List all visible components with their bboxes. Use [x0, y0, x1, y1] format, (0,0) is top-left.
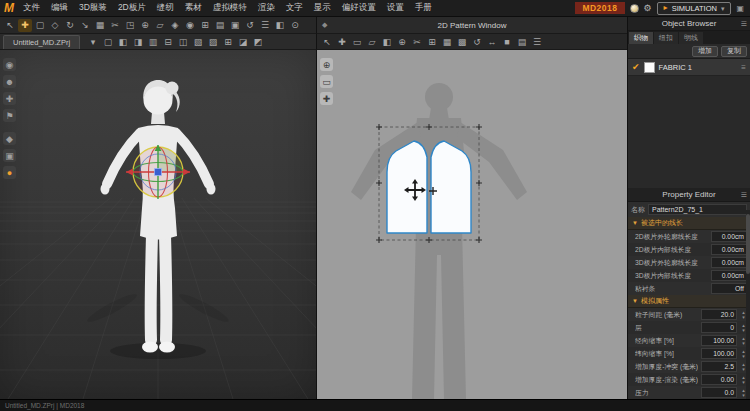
toolbar-icon[interactable]: ⊞ [221, 35, 235, 48]
toolbar-icon[interactable]: ↘ [78, 19, 92, 32]
viewport-3d-canvas[interactable] [0, 50, 316, 399]
toolbar-icon[interactable]: ◪ [236, 35, 250, 48]
settings-gear-icon[interactable]: ⚙ [644, 4, 652, 13]
toolbar-icon[interactable]: ▤ [213, 19, 227, 32]
tab-fabric[interactable]: 织物 [629, 32, 653, 44]
toolbar-icon[interactable]: ⊟ [161, 35, 175, 48]
pattern-piece-left[interactable] [387, 141, 427, 233]
section-collapse-icon[interactable]: ▼ [632, 298, 638, 304]
toolbar-icon[interactable]: ▤ [515, 35, 529, 48]
toolbar-icon[interactable]: ▦ [440, 35, 454, 48]
scrollbar-thumb[interactable] [746, 214, 750, 274]
toolbar-icon[interactable]: ↖ [3, 19, 17, 32]
property-value-field[interactable]: Off [711, 283, 747, 294]
toolbar-icon[interactable]: ◧ [380, 35, 394, 48]
menu-item[interactable]: 3D服装 [79, 2, 107, 14]
toolbar-icon[interactable]: ▾ [86, 35, 100, 48]
toolbar-icon[interactable]: ☰ [258, 19, 272, 32]
document-tab[interactable]: Untitled_MD.ZPrj [3, 35, 80, 49]
toolbar-icon[interactable]: ⊞ [198, 19, 212, 32]
tab-topstitch[interactable]: 明线 [679, 32, 703, 44]
property-value-field[interactable]: 20.0 [701, 309, 737, 320]
toolbar-icon[interactable]: ↻ [63, 19, 77, 32]
toolbar-icon[interactable]: ✚ [335, 35, 349, 48]
panel-menu-icon[interactable]: ☰ [741, 191, 747, 199]
menu-item[interactable]: 缝纫 [157, 2, 174, 14]
side-tool-icon[interactable]: ✚ [3, 92, 16, 105]
property-editor-header[interactable]: Property Editor ☰ [628, 188, 750, 202]
property-value-field[interactable]: 100.00 [701, 335, 737, 346]
transform-gizmo[interactable] [126, 145, 190, 199]
toolbar-icon[interactable]: ◫ [176, 35, 190, 48]
fabric-color-swatch[interactable] [644, 62, 655, 73]
property-value-field[interactable]: 100.00 [701, 348, 737, 359]
toolbar-icon[interactable]: ◈ [168, 19, 182, 32]
toolbar-icon[interactable]: ◩ [251, 35, 265, 48]
toolbar-icon[interactable]: ■ [500, 35, 514, 48]
panel-menu-icon[interactable]: ☰ [741, 20, 747, 28]
toolbar-icon[interactable]: ▩ [455, 35, 469, 48]
object-browser-header[interactable]: Object Browser ☰ [628, 17, 750, 31]
toolbar-icon[interactable]: ✂ [108, 19, 122, 32]
user-avatar-icon[interactable] [630, 4, 639, 13]
menu-item[interactable]: 渲染 [258, 2, 275, 14]
toolbar-icon[interactable]: ▢ [101, 35, 115, 48]
menu-item[interactable]: 显示 [314, 2, 331, 14]
property-value-field[interactable]: 0.0 [701, 387, 737, 398]
toolbar-icon[interactable]: ◉ [183, 19, 197, 32]
copy-fabric-button[interactable]: 复制 [721, 46, 747, 57]
side-tool-icon[interactable]: ⚑ [3, 109, 16, 122]
side-tool-icon[interactable]: ☻ [3, 75, 16, 88]
toolbar-icon[interactable]: ↺ [470, 35, 484, 48]
viewport-2d[interactable]: ⊕▭✚ [316, 50, 627, 399]
side-tool-icon[interactable]: ▣ [3, 149, 16, 162]
section-collapse-icon[interactable]: ▼ [632, 220, 638, 226]
property-value-field[interactable]: 0.00cm [711, 231, 747, 242]
toolbar-icon[interactable]: ↺ [243, 19, 257, 32]
toolbar-icon[interactable]: ▨ [206, 35, 220, 48]
toolbar-icon[interactable]: ▣ [228, 19, 242, 32]
toolbar-icon[interactable]: ◧ [116, 35, 130, 48]
viewport-3d[interactable]: ◉☻✚⚑◆▣● [0, 50, 316, 399]
menu-item[interactable]: 编辑 [51, 2, 68, 14]
menu-item[interactable]: 手册 [415, 2, 432, 14]
side-tool-icon[interactable]: ⊕ [320, 58, 333, 71]
toolbar-icon[interactable]: ▧ [191, 35, 205, 48]
toolbar-icon[interactable]: ☰ [530, 35, 544, 48]
fabric-list-item[interactable]: ✔ FABRIC 1 ≡ [628, 59, 750, 76]
property-editor-scrollbar[interactable] [746, 210, 750, 399]
side-tool-icon[interactable]: ◆ [3, 132, 16, 145]
toolbar-icon[interactable]: ↖ [320, 35, 334, 48]
toolbar-icon[interactable]: ▭ [350, 35, 364, 48]
side-tool-icon[interactable]: ● [3, 166, 16, 179]
pattern-piece-right[interactable] [431, 141, 471, 233]
drag-handle-icon[interactable]: ≡ [741, 63, 746, 72]
toolbar-icon[interactable]: ◨ [131, 35, 145, 48]
property-value-field[interactable]: 0.00 [701, 374, 737, 385]
section-selected-line-length[interactable]: ▼ 被选中的线长 [628, 217, 750, 230]
toolbar-icon[interactable]: ▱ [153, 19, 167, 32]
menu-item[interactable]: 文字 [286, 2, 303, 14]
pattern-name-field[interactable]: Pattern2D_75_1 [648, 204, 747, 215]
property-value-field[interactable]: 0.00cm [711, 270, 747, 281]
toolbar-icon[interactable]: ⊕ [138, 19, 152, 32]
property-value-field[interactable]: 2.5 [701, 361, 737, 372]
menu-item[interactable]: 偏好设置 [342, 2, 376, 14]
viewport-2d-canvas[interactable] [317, 50, 627, 399]
toolbar-icon[interactable]: ↔ [485, 35, 499, 48]
menu-item[interactable]: 文件 [23, 2, 40, 14]
side-tool-icon[interactable]: ✚ [320, 92, 333, 105]
toolbar-icon[interactable]: ✚ [18, 19, 32, 32]
menu-item[interactable]: 2D板片 [118, 2, 146, 14]
menu-item[interactable]: 素材 [185, 2, 202, 14]
toolbar-icon[interactable]: ⊙ [288, 19, 302, 32]
layout-icon[interactable]: ▣ [736, 4, 744, 13]
add-fabric-button[interactable]: 增加 [692, 46, 718, 57]
toolbar-icon[interactable]: ◳ [123, 19, 137, 32]
toolbar-icon[interactable]: ▦ [93, 19, 107, 32]
side-tool-icon[interactable]: ◉ [3, 58, 16, 71]
toolbar-icon[interactable]: ⊞ [425, 35, 439, 48]
toolbar-icon[interactable]: ▢ [33, 19, 47, 32]
menu-item[interactable]: 虚拟模特 [213, 2, 247, 14]
window-menu-icon[interactable]: ◆ [322, 21, 327, 29]
